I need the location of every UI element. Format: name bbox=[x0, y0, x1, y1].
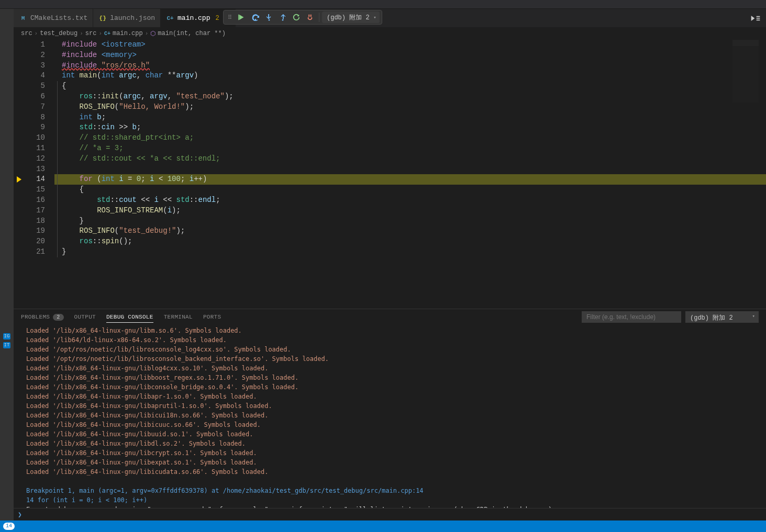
svg-point-2 bbox=[269, 19, 270, 21]
svg-rect-0 bbox=[238, 15, 239, 20]
editor-tabs: MCMakeLists.txt{}launch.jsonC+main.cpp2×… bbox=[14, 9, 766, 27]
panel-tab[interactable]: PROBLEMS2 bbox=[21, 312, 64, 323]
code-line[interactable]: for (int i = 0; i < 100; i++) bbox=[54, 174, 766, 185]
line-number: 18 bbox=[14, 216, 45, 227]
line-number: 16 bbox=[14, 195, 45, 206]
code-line[interactable]: ROS_INFO("Hello, World!"); bbox=[54, 102, 766, 112]
breadcrumb-item[interactable]: src bbox=[85, 30, 97, 37]
line-number: 7 bbox=[14, 102, 45, 112]
debug-console-input-row: ❯ bbox=[14, 508, 766, 520]
drag-grip-icon[interactable]: ⠿ bbox=[226, 14, 235, 21]
code-line[interactable]: { bbox=[54, 81, 766, 92]
log-current-frame: 14 for (int i = 0; i < 100; i++) bbox=[26, 495, 759, 505]
chevron-right-icon: › bbox=[98, 30, 102, 37]
panel-session-select[interactable]: (gdb) 附加 2 bbox=[685, 311, 759, 323]
panel-tab[interactable]: OUTPUT bbox=[74, 312, 96, 323]
panel-tab[interactable]: DEBUG CONSOLE bbox=[106, 312, 153, 323]
code-line[interactable]: #include <iostream> bbox=[54, 40, 766, 50]
log-breakpoint-line: Breakpoint 1, main (argc=1, argv=0x7ffdd… bbox=[26, 486, 759, 495]
log-line: Loaded '/lib/x86_64-linux-gnu/libcrypt.s… bbox=[26, 448, 759, 458]
problems-badge: 2 bbox=[53, 314, 63, 321]
log-line: Loaded '/lib/x86_64-linux-gnu/libm.so.6'… bbox=[26, 326, 759, 335]
code-line[interactable]: std::cout << i << std::endl; bbox=[54, 195, 766, 206]
panel-tab[interactable]: PORTS bbox=[203, 312, 221, 323]
code-line[interactable]: int main(int argc, char **argv) bbox=[54, 71, 766, 81]
line-number-gutter: 123456789101112131415161718192021 bbox=[14, 40, 54, 309]
step-over-button[interactable] bbox=[249, 11, 262, 24]
code-line[interactable]: int b; bbox=[54, 112, 766, 123]
panel-tab[interactable]: TERMINAL bbox=[164, 312, 193, 323]
line-number: 3 bbox=[14, 61, 45, 71]
prompt-chevron-icon: ❯ bbox=[18, 511, 22, 519]
tab-label: CMakeLists.txt bbox=[30, 14, 87, 22]
run-split-icon[interactable] bbox=[750, 14, 761, 22]
tab-label: launch.json bbox=[110, 14, 155, 22]
code-line[interactable]: ROS_INFO_STREAM(i); bbox=[54, 206, 766, 216]
code-line[interactable]: #include "ros/ros.h" bbox=[54, 61, 766, 71]
editor-tab[interactable]: MCMakeLists.txt bbox=[14, 9, 93, 27]
code-line[interactable]: // *a = 3; bbox=[54, 143, 766, 154]
breadcrumb-item[interactable]: C+main.cpp bbox=[104, 30, 143, 37]
code-line[interactable] bbox=[54, 164, 766, 175]
line-number: 5 bbox=[14, 81, 45, 92]
line-number: 10 bbox=[14, 133, 45, 143]
editor-area: MCMakeLists.txt{}launch.jsonC+main.cpp2×… bbox=[14, 9, 766, 520]
log-line: Loaded '/lib/x86_64-linux-gnu/libdl.so.2… bbox=[26, 439, 759, 448]
activity-tag: IT bbox=[3, 342, 11, 348]
filter-input[interactable] bbox=[582, 311, 681, 323]
separator bbox=[319, 13, 319, 22]
breadcrumbs[interactable]: src›test_debug›src›C+main.cpp›⬡main(int,… bbox=[14, 27, 766, 40]
log-line: Loaded '/lib64/ld-linux-x86-64.so.2'. Sy… bbox=[26, 335, 759, 345]
file-icon: {} bbox=[98, 14, 107, 22]
status-bar: 14 bbox=[0, 520, 766, 532]
line-number: 2 bbox=[14, 50, 45, 61]
restart-button[interactable] bbox=[290, 11, 303, 24]
line-number: 6 bbox=[14, 92, 45, 102]
log-line: Loaded '/lib/x86_64-linux-gnu/libapr-1.s… bbox=[26, 392, 759, 401]
status-left-count[interactable]: 14 bbox=[1, 520, 17, 532]
step-into-button[interactable] bbox=[263, 11, 275, 24]
tabs-actions bbox=[750, 14, 766, 22]
log-line: Loaded '/lib/x86_64-linux-gnu/libuuid.so… bbox=[26, 429, 759, 439]
continue-button[interactable] bbox=[236, 11, 248, 24]
code-line[interactable]: std::cin >> b; bbox=[54, 122, 766, 133]
code-line[interactable]: ros::init(argc, argv, "test_node"); bbox=[54, 92, 766, 102]
panel-actions: (gdb) 附加 2 bbox=[582, 311, 759, 323]
editor-tab[interactable]: {}launch.json bbox=[93, 9, 161, 27]
breadcrumb-item[interactable]: src bbox=[21, 30, 32, 37]
line-number: 4 bbox=[14, 71, 45, 81]
panel-tabs: PROBLEMS2OUTPUTDEBUG CONSOLETERMINALPORT… bbox=[14, 309, 766, 325]
code-line[interactable]: { bbox=[54, 185, 766, 195]
chevron-right-icon: › bbox=[35, 30, 38, 37]
log-line: Loaded '/lib/x86_64-linux-gnu/libboost_r… bbox=[26, 373, 759, 382]
code-content[interactable]: #include <iostream>#include <memory>#inc… bbox=[54, 40, 766, 309]
debug-console-output[interactable]: Loaded '/lib/x86_64-linux-gnu/libm.so.6'… bbox=[14, 325, 766, 508]
code-line[interactable]: // std::shared_ptr<int> a; bbox=[54, 133, 766, 143]
code-line[interactable]: } bbox=[54, 247, 766, 257]
step-out-button[interactable] bbox=[276, 11, 289, 24]
file-icon: M bbox=[19, 14, 27, 22]
breakpoint-current-icon[interactable] bbox=[17, 176, 21, 183]
tab-label: main.cpp bbox=[177, 14, 210, 22]
log-line: Loaded '/opt/ros/noetic/lib/librosconsol… bbox=[26, 354, 759, 364]
svg-point-1 bbox=[255, 19, 257, 20]
code-editor[interactable]: 123456789101112131415161718192021 #inclu… bbox=[14, 40, 766, 309]
code-line[interactable]: ROS_INFO("test_debug!"); bbox=[54, 226, 766, 236]
breadcrumb-item[interactable]: test_debug bbox=[40, 30, 77, 37]
line-number: 14 bbox=[14, 174, 45, 185]
file-icon: C+ bbox=[104, 31, 110, 37]
debug-config-select[interactable]: (gdb) 附加 2 bbox=[322, 12, 380, 23]
code-line[interactable]: #include <memory> bbox=[54, 50, 766, 61]
title-bar bbox=[0, 0, 766, 9]
minimap[interactable] bbox=[732, 40, 759, 103]
debug-toolbar: ⠿ (gdb) 附加 2 bbox=[223, 10, 382, 25]
log-line: Loaded '/lib/x86_64-linux-gnu/libicuuc.s… bbox=[26, 420, 759, 429]
log-line: Loaded '/lib/x86_64-linux-gnu/libexpat.s… bbox=[26, 458, 759, 467]
code-line[interactable]: // std::cout << *a << std::endl; bbox=[54, 154, 766, 164]
code-line[interactable]: } bbox=[54, 216, 766, 227]
modified-badge: 2 bbox=[215, 15, 219, 22]
disconnect-button[interactable] bbox=[304, 11, 316, 24]
svg-point-3 bbox=[282, 19, 284, 21]
code-line[interactable]: ros::spin(); bbox=[54, 236, 766, 247]
breadcrumb-item[interactable]: ⬡main(int, char **) bbox=[150, 30, 226, 38]
